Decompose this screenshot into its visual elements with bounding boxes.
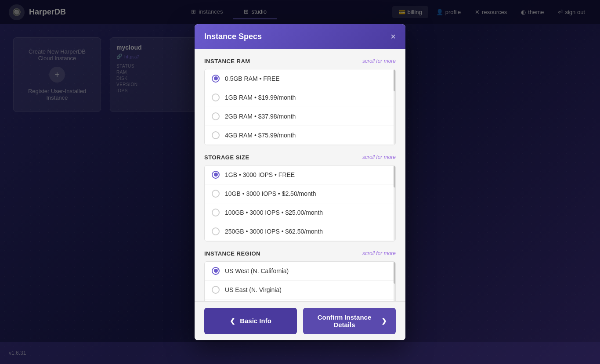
storage-option-0[interactable]: 1GB • 3000 IOPS • FREE <box>205 166 395 184</box>
storage-option-1[interactable]: 10GB • 3000 IOPS • $2.50/month <box>205 184 395 203</box>
ram-radio-2[interactable] <box>212 112 220 120</box>
region-radio-inner-0 <box>214 269 218 273</box>
storage-radio-1[interactable] <box>212 190 220 198</box>
storage-scrollbar-thumb[interactable] <box>394 166 396 187</box>
ram-option-list: 0.5GB RAM • FREE 1GB RAM • $19.99/month … <box>204 69 396 145</box>
basic-info-label: Basic Info <box>240 317 271 324</box>
confirm-label: Confirm Instance Details <box>312 314 377 328</box>
region-option-1-label: US East (N. Virginia) <box>225 286 282 293</box>
ram-option-1[interactable]: 1GB RAM • $19.99/month <box>205 88 395 107</box>
region-section-header: Instance Region scroll for more <box>204 250 396 257</box>
storage-option-list: 1GB • 3000 IOPS • FREE 10GB • 3000 IOPS … <box>204 165 396 241</box>
storage-scrollbar-track <box>394 166 396 241</box>
ram-scroll-hint: scroll for more <box>362 58 396 64</box>
back-chevron-icon <box>230 317 235 325</box>
ram-option-2[interactable]: 2GB RAM • $37.98/month <box>205 107 395 126</box>
ram-radio-inner-0 <box>214 76 218 80</box>
ram-option-1-label: 1GB RAM • $19.99/month <box>225 94 296 101</box>
storage-scroll-hint: scroll for more <box>362 154 396 160</box>
ram-section-title: Instance RAM <box>204 58 250 65</box>
modal-footer: Basic Info Confirm Instance Details <box>195 301 405 340</box>
ram-scrollbar-thumb[interactable] <box>394 69 396 91</box>
storage-option-2-label: 100GB • 3000 IOPS • $25.00/month <box>225 209 323 216</box>
basic-info-button[interactable]: Basic Info <box>204 308 297 334</box>
ram-option-3[interactable]: 4GB RAM • $75.99/month <box>205 126 395 145</box>
confirm-instance-button[interactable]: Confirm Instance Details <box>303 308 396 334</box>
modal-header: Instance Specs × <box>195 24 405 49</box>
ram-scrollbar-track <box>394 69 396 145</box>
region-option-0[interactable]: US West (N. California) <box>205 262 395 281</box>
storage-option-0-label: 1GB • 3000 IOPS • FREE <box>225 171 295 178</box>
modal-body: Instance RAM scroll for more 0.5GB RAM •… <box>195 49 405 301</box>
forward-chevron-icon <box>381 317 387 325</box>
region-option-1[interactable]: US East (N. Virginia) <box>205 281 395 299</box>
region-radio-0[interactable] <box>212 267 220 275</box>
ram-option-0-label: 0.5GB RAM • FREE <box>225 75 280 82</box>
storage-section-header: Storage Size scroll for more <box>204 154 396 161</box>
storage-radio-0[interactable] <box>212 171 220 179</box>
ram-option-3-label: 4GB RAM • $75.99/month <box>225 132 296 139</box>
ram-option-0[interactable]: 0.5GB RAM • FREE <box>205 69 395 88</box>
region-scrollbar-thumb[interactable] <box>394 262 396 284</box>
ram-radio-1[interactable] <box>212 94 220 101</box>
storage-option-3[interactable]: 250GB • 3000 IOPS • $62.50/month <box>205 222 395 241</box>
ram-radio-3[interactable] <box>212 131 220 139</box>
region-section-title: Instance Region <box>204 250 260 257</box>
storage-radio-inner-0 <box>214 173 218 177</box>
modal-title: Instance Specs <box>204 32 262 41</box>
ram-radio-0[interactable] <box>212 75 220 83</box>
ram-option-2-label: 2GB RAM • $37.98/month <box>225 113 296 120</box>
region-option-list: US West (N. California) US East (N. Virg… <box>204 261 396 301</box>
modal-overlay: Instance Specs × Instance RAM scroll for… <box>0 0 600 364</box>
instance-specs-modal: Instance Specs × Instance RAM scroll for… <box>195 24 405 340</box>
modal-close-button[interactable]: × <box>390 32 396 41</box>
storage-radio-3[interactable] <box>212 227 220 235</box>
region-scrollbar-track <box>394 262 396 301</box>
ram-section-header: Instance RAM scroll for more <box>204 58 396 65</box>
region-scroll-hint: scroll for more <box>362 250 396 256</box>
region-option-0-label: US West (N. California) <box>225 267 289 274</box>
storage-option-3-label: 250GB • 3000 IOPS • $62.50/month <box>225 228 323 235</box>
storage-section-title: Storage Size <box>204 154 249 161</box>
storage-option-1-label: 10GB • 3000 IOPS • $2.50/month <box>225 190 316 197</box>
region-radio-1[interactable] <box>212 286 220 294</box>
region-option-2[interactable]: US West (Oregon) <box>205 299 395 301</box>
storage-option-2[interactable]: 100GB • 3000 IOPS • $25.00/month <box>205 203 395 222</box>
storage-radio-2[interactable] <box>212 209 220 216</box>
